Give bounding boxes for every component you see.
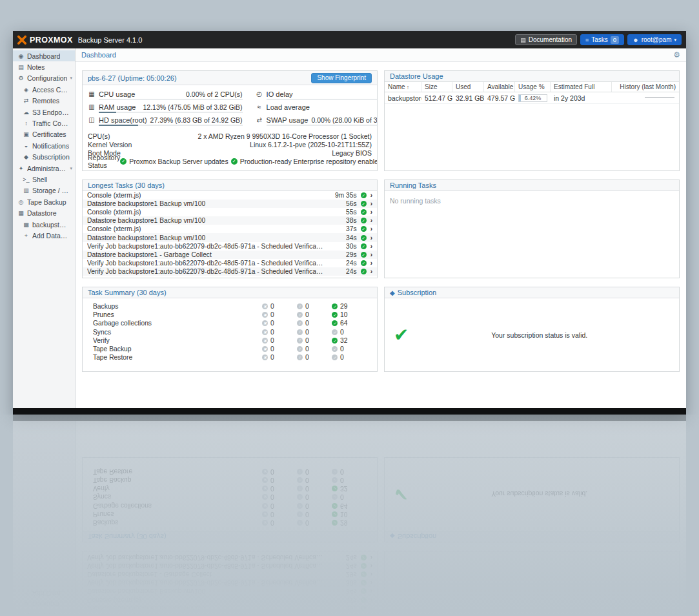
warning-count: 0 [305, 337, 309, 344]
sidebar-item-remotes[interactable]: ⇄ Remotes [13, 96, 75, 107]
chevron-right-icon[interactable]: › [370, 200, 372, 207]
tasks-button[interactable]: ≡ Tasks 0 [580, 34, 624, 45]
sidebar-item-dashboard[interactable]: ◉ Dashboard [13, 50, 75, 61]
warning-count: 0 [305, 354, 309, 361]
task-row[interactable]: Console (xterm.js) 9m 35s ✓ › [83, 191, 377, 200]
hdd-icon: ▥ [23, 187, 30, 194]
error-count: 0 [270, 303, 274, 310]
summary-row[interactable]: Verify ✖ 0 ! 0 ✓ [83, 336, 377, 345]
load-icon: ≈ [256, 103, 263, 110]
chevron-right-icon[interactable]: › [370, 268, 372, 275]
sidebar-item-tape-backup[interactable]: ◎ Tape Backup [13, 196, 75, 207]
column-header-estimated-full[interactable]: Estimated Full [551, 82, 612, 92]
cloud-icon: ☁ [23, 109, 30, 116]
summary-label: Prunes [93, 311, 262, 318]
metric-row: ◫ HD space(root) 27.39% (6.83 GB of 24.9… [88, 116, 243, 126]
ok-count-cell: ✓ 0 [332, 345, 367, 353]
sidebar-item-configuration[interactable]: ⚙ Configuration ▾ [13, 73, 75, 84]
metric-row: ▥ RAM usage 12.13% (475.05 MiB of 3.82 G… [88, 103, 243, 113]
sidebar-item-s3-endpoints[interactable]: ☁ S3 Endpoints [13, 107, 75, 118]
table-header-row[interactable]: Name↑ Size Used Available Usage % Estima… [385, 82, 679, 92]
summary-row[interactable]: Garbage collections ✖ 0 ! 0 [83, 319, 377, 327]
error-count: 0 [270, 337, 274, 344]
table-row[interactable]: backupstore1 512.47 GB 32.91 GB 479.57 G… [385, 92, 679, 104]
task-summary-panel: Task Summary (30 days) Backups ✖ 0 [82, 287, 378, 372]
task-row[interactable]: Console (xterm.js) 55s ✓ › [83, 208, 377, 216]
chevron-right-icon[interactable]: › [370, 225, 372, 232]
sidebar-item-access-control[interactable]: ◈ Access Control [13, 84, 75, 95]
task-row[interactable]: Datastore backupstore1 Backup vm/100 34s… [83, 233, 377, 241]
chevron-right-icon[interactable]: › [370, 217, 372, 224]
sidebar-item-datastore[interactable]: ▦ Datastore [13, 207, 75, 218]
sidebar-item-notifications[interactable]: ◒ Notifications [13, 140, 75, 151]
task-ok-icon: ✓ [361, 201, 367, 207]
metric-progressbar [99, 99, 243, 100]
task-row[interactable]: Console (xterm.js) 37s ✓ › [83, 225, 377, 233]
task-row[interactable]: Datastore backupstore1 - Garbage Collect… [83, 251, 377, 259]
column-header-size[interactable]: Size [421, 82, 452, 92]
metric-label: RAM usage [99, 103, 136, 111]
pbs-window: PROXMOX Backup Server 4.1.0 ▤ Documentat… [13, 31, 686, 415]
sidebar-item-notes[interactable]: ▤ Notes [13, 61, 75, 72]
sidebar-item-subscription[interactable]: ◆ Subscription [13, 152, 75, 163]
task-row[interactable]: Verify Job backupstore1:auto-bb622079-db… [83, 242, 377, 251]
sidebar-item-certificates[interactable]: ▣ Certificates [13, 129, 75, 140]
check-circle-icon: ✓ [120, 158, 127, 165]
column-header-usage[interactable]: Usage % [515, 82, 551, 92]
documentation-button[interactable]: ▤ Documentation [515, 34, 577, 45]
breadcrumb[interactable]: Dashboard [81, 51, 116, 59]
summary-row[interactable]: Prunes ✖ 0 ! 0 ✓ [83, 311, 377, 319]
task-ok-icon: ✓ [361, 226, 367, 232]
error-count: 0 [270, 345, 274, 353]
warning-count: 0 [305, 303, 309, 310]
column-header-name[interactable]: Name↑ [385, 82, 421, 92]
task-row[interactable]: Datastore backupstore1 Backup vm/100 56s… [83, 200, 377, 208]
column-header-history[interactable]: History (last Month) [612, 82, 679, 92]
node-panel-title: pbs-6-27 (Uptime: 05:00:26) [88, 74, 177, 82]
datastore-usage-panel: Datastore Usage Name↑ Size Used Availabl… [384, 70, 680, 171]
summary-row[interactable]: Backups ✖ 0 ! 0 ✓ [83, 302, 377, 311]
summary-row[interactable]: Tape Backup ✖ 0 ! 0 ✓ [83, 345, 377, 353]
chevron-right-icon[interactable]: › [370, 209, 372, 216]
remotes-icon: ⇄ [23, 98, 30, 104]
tasks-list-icon: ≡ [585, 37, 589, 43]
sidebar-item-backupstore1[interactable]: ▩ backupstore1 [13, 219, 75, 230]
metric-row: ◴ IO delay 0.00% [256, 90, 378, 100]
chevron-right-icon[interactable]: › [370, 260, 372, 267]
warning-count-cell: ! 0 [297, 345, 332, 353]
task-row[interactable]: Datastore backupstore1 Backup vm/100 38s… [83, 216, 377, 225]
summary-row[interactable]: Tape Restore ✖ 0 ! 0 ✓ [83, 353, 377, 362]
ok-count-cell: ✓ 32 [332, 337, 367, 344]
error-count-icon: ✖ [262, 312, 268, 318]
task-duration: 24s [327, 268, 357, 275]
sidebar-item-shell[interactable]: >_ Shell [13, 174, 75, 185]
task-row[interactable]: Verify Job backupstore1:auto-bb622079-db… [83, 267, 377, 276]
sidebar-item-administration[interactable]: ✦ Administration ▾ [13, 163, 75, 174]
summary-row[interactable]: Syncs ✖ 0 ! 0 ✓ [83, 328, 377, 336]
column-header-available[interactable]: Available [484, 82, 515, 92]
gear-icon[interactable]: ⚙ [673, 50, 680, 59]
user-icon: ☻ [633, 37, 638, 43]
task-duration: 24s [327, 260, 357, 267]
chevron-right-icon[interactable]: › [370, 192, 372, 199]
sidebar: ◉ Dashboard ▤ Notes ⚙ Configuration ▾ [13, 48, 76, 408]
sidebar-item-traffic-control[interactable]: ↕ Traffic Control [13, 118, 75, 128]
user-menu-button[interactable]: ☻ root@pam ▾ [627, 34, 682, 45]
error-count-cell: ✖ 0 [262, 329, 297, 336]
warning-count: 0 [305, 311, 309, 318]
chevron-right-icon[interactable]: › [370, 251, 372, 258]
error-count: 0 [270, 311, 274, 318]
sidebar-item-add-datastore[interactable]: + Add Datastore [13, 230, 75, 241]
task-row[interactable]: Verify Job backupstore1:auto-bb622079-db… [83, 259, 377, 267]
wrench-icon: ✦ [17, 165, 25, 172]
sidebar-item-storage-disks[interactable]: ▥ Storage / Disks [13, 185, 75, 196]
task-name: Console (xterm.js) [87, 209, 323, 216]
metric-row: ⇄ SWAP usage 0.00% (28.00 KiB of 3.87 Gi… [256, 116, 378, 126]
column-header-used[interactable]: Used [452, 82, 484, 92]
chevron-right-icon[interactable]: › [370, 234, 372, 241]
show-fingerprint-button[interactable]: Show Fingerprint [311, 73, 372, 83]
error-count-icon: ✖ [262, 303, 268, 309]
certificate-icon: ▣ [23, 131, 30, 138]
chevron-right-icon[interactable]: › [370, 243, 372, 250]
ok-count-cell: ✓ 0 [332, 354, 367, 361]
